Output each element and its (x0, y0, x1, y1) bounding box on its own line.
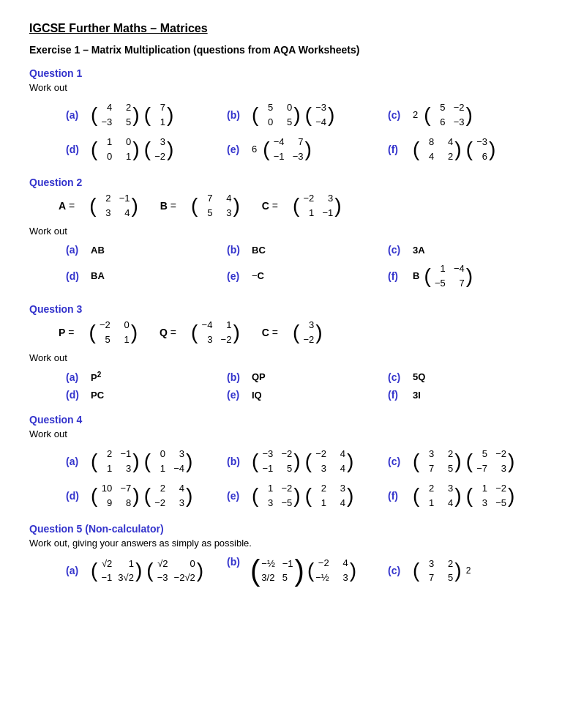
q1-row1: (a) ( 42 −35 ) ( 7 1 ) (b) ( (66, 100, 533, 129)
question-3: Question 3 P = ( −20 51 ) Q = ( −41 3−2 … (29, 303, 533, 401)
q4-row1: (a) ( 2−1 13 ) ( 03 1−4 ) (b) (66, 447, 533, 475)
q5-instruction: Work out, giving your answers as simply … (29, 538, 533, 549)
q4-title: Question 4 (29, 414, 533, 426)
q5b: (b) ( −½−1 3/25 ) ( −24 −½3 ) (227, 556, 388, 585)
question-5: Question 5 (Non-calculator) Work out, gi… (29, 523, 533, 585)
q1b: (b) ( 50 05 ) ( −3 −4 ) (227, 100, 388, 129)
q5-row1: (a) ( √21 −13√2 ) ( √20 −3−2√2 ) (b) (66, 556, 533, 585)
question-2: Question 2 A = ( 2−1 34 ) B = ( 74 53 ) … (29, 177, 533, 290)
q1a: (a) ( 42 −35 ) ( 7 1 ) (66, 100, 227, 129)
q4-instruction: Work out (29, 428, 533, 439)
q1c: (c) 2 ( 5−2 6−3 ) (388, 100, 549, 129)
q2-row2: (d) BA (e) −C (f) B ( 1−4 −57 ) (66, 261, 533, 290)
q1-title: Question 1 (29, 67, 533, 79)
q1-instruction: Work out (29, 82, 533, 93)
q4-row2: (d) ( 10−7 98 ) ( 24 −23 ) (e) (66, 481, 533, 510)
page-title: IGCSE Further Maths – Matrices (29, 22, 533, 35)
q5-title: Question 5 (Non-calculator) (29, 523, 533, 535)
q3-defs: P = ( −20 51 ) Q = ( −41 3−2 ) C = ( 3 −… (59, 318, 533, 346)
q4a: (a) ( 2−1 13 ) ( 03 1−4 ) (66, 447, 227, 475)
q2e: (e) −C (227, 261, 388, 290)
q1d: (d) ( 10 01 ) ( 3 −2 ) (66, 135, 227, 163)
q2-title: Question 2 (29, 177, 533, 188)
q3f: (f) 3I (388, 389, 549, 401)
q3-instruction: Work out (29, 352, 533, 363)
question-4: Question 4 Work out (a) ( 2−1 13 ) ( 03 … (29, 414, 533, 510)
q2-row1: (a) AB (b) BC (c) 3A (66, 244, 533, 256)
q3-row1: (a) P2 (b) QP (c) 5Q (66, 371, 533, 383)
q2f: (f) B ( 1−4 −57 ) (388, 261, 549, 290)
q5a: (a) ( √21 −13√2 ) ( √20 −3−2√2 ) (66, 556, 227, 585)
q3c: (c) 5Q (388, 371, 549, 383)
q2c: (c) 3A (388, 244, 549, 256)
q2d: (d) BA (66, 261, 227, 290)
q4b: (b) ( −3−2 −15 ) ( −24 34 ) (227, 447, 388, 475)
q2-defs: A = ( 2−1 34 ) B = ( 74 53 ) C = ( −23 1… (59, 191, 533, 220)
q2-instruction: Work out (29, 226, 533, 237)
q3b: (b) QP (227, 371, 388, 383)
q3-title: Question 3 (29, 303, 533, 315)
q2b: (b) BC (227, 244, 388, 256)
page-subtitle: Exercise 1 – Matrix Multiplication (ques… (29, 44, 533, 56)
q1f: (f) ( 84 42 ) ( −3 6 ) (388, 135, 549, 163)
question-1: Question 1 Work out (a) ( 42 −35 ) ( 7 1… (29, 67, 533, 163)
q1-row2: (d) ( 10 01 ) ( 3 −2 ) (e) 6 (66, 135, 533, 163)
q5c: (c) ( 32 75 ) 2 (388, 556, 549, 585)
q3d: (d) PC (66, 389, 227, 401)
q4d: (d) ( 10−7 98 ) ( 24 −23 ) (66, 481, 227, 510)
q3a: (a) P2 (66, 371, 227, 383)
q2a: (a) AB (66, 244, 227, 256)
q4e: (e) ( 1−2 3−5 ) ( 23 14 ) (227, 481, 388, 510)
q4c: (c) ( 32 75 ) ( 5−2 −73 ) (388, 447, 549, 475)
q3e: (e) IQ (227, 389, 388, 401)
q4f: (f) ( 23 14 ) ( 1−2 3−5 ) (388, 481, 549, 510)
q3-row2: (d) PC (e) IQ (f) 3I (66, 389, 533, 401)
q1e: (e) 6 ( −47 −1−3 ) (227, 135, 388, 163)
